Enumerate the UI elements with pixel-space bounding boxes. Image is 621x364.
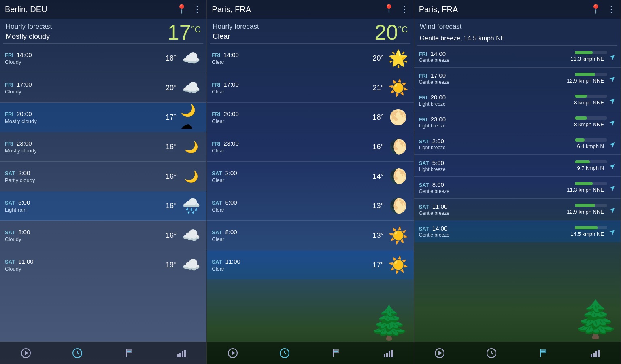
bottom-nav-paris-wind (414, 342, 621, 364)
forecast-row-sat-2: SAT 2:00 Partly cloudy 16° 🌙 (0, 162, 206, 191)
panel-berlin: Berlin, DEU 📍 ⋮ Hourly forecast Mostly c… (0, 0, 207, 364)
bottom-nav-berlin (0, 342, 206, 364)
icon-partly-cloudy-sat2: 🌙 (181, 166, 202, 187)
icon-cloudy-fri14: ☁️ (181, 48, 202, 69)
svg-marker-23 (438, 351, 442, 355)
icon-moon-paris-fri20: 🌕 (388, 107, 409, 128)
nav-btn-flag-p3[interactable] (517, 345, 569, 361)
forecast-row-fri-14: FRI 14:00 Cloudy 18° ☁️ (0, 44, 206, 73)
current-weather-paris: Hourly forecast Clear 20°C (207, 19, 413, 43)
forecast-row-fri-17: FRI 17:00 Cloudy 20° ☁️ (0, 73, 206, 103)
wind-row-fri-20: FRI 20:00 Light breeze 8 kmph NNE ➤ (414, 89, 621, 111)
nav-btn-chart[interactable] (155, 345, 207, 361)
nav-btn-chart-p3[interactable] (569, 345, 621, 361)
nav-btn-play[interactable] (0, 345, 52, 361)
svg-rect-10 (184, 350, 186, 357)
wind-row-sat-14: SAT 14:00 Gentle breeze 14.5 kmph NE ➤ (414, 220, 621, 242)
wind-list: FRI 14:00 Gentle breeze 11.3 kmph NE ➤ F… (414, 46, 621, 342)
forecast-row-paris-fri-17: FRI 17:00 Clear 21° ☀️ (207, 73, 413, 103)
wind-arrow-fri23: ➤ (607, 116, 618, 127)
header-paris-wind: Paris, FRA 📍 ⋮ (414, 0, 621, 19)
wind-arrow-fri14: ➤ (607, 51, 618, 61)
nav-btn-flag-p2[interactable] (310, 345, 362, 361)
svg-rect-18 (384, 354, 385, 357)
city-paris-hourly: Paris, FRA (212, 5, 377, 14)
svg-rect-8 (179, 353, 181, 357)
nav-btn-clock-p3[interactable] (466, 345, 517, 361)
forecast-list-paris: FRI 14:00 Clear 20° 🌟 FRI 17:00 Clear 21… (207, 44, 413, 342)
location-icon-paris[interactable]: 📍 (383, 4, 394, 15)
svg-rect-31 (595, 351, 597, 357)
svg-rect-9 (182, 351, 183, 357)
temperature-berlin: 17°C (168, 22, 201, 43)
nav-btn-clock-p2[interactable] (259, 345, 310, 361)
forecast-row-fri-23: FRI 23:00 Mostly cloudy 16° 🌙 (0, 132, 206, 162)
nav-btn-chart-p2[interactable] (362, 345, 414, 361)
wind-arrow-fri17: ➤ (607, 73, 618, 83)
city-berlin: Berlin, DEU (5, 5, 170, 14)
forecast-row-sat-11: SAT 11:00 Cloudy 19° ☁️ (0, 250, 206, 279)
header-paris-hourly: Paris, FRA 📍 ⋮ (207, 0, 413, 19)
svg-rect-21 (391, 350, 393, 357)
icon-sun-paris-fri14: 🌟 (388, 48, 409, 69)
icon-moon-paris-fri23: 🌔 (388, 136, 409, 157)
icon-cloudy-fri17: ☁️ (181, 77, 202, 98)
location-icon-wind[interactable]: 📍 (590, 4, 601, 15)
svg-line-26 (491, 353, 493, 354)
svg-rect-20 (389, 351, 390, 357)
forecast-label-wind: Wind forecast (420, 23, 615, 31)
current-weather-wind: Wind forecast (414, 19, 621, 35)
wind-row-sat-5: SAT 5:00 Light breeze 9.7 kmph N ➤ (414, 155, 621, 177)
location-icon[interactable]: 📍 (176, 4, 187, 15)
icon-moon-paris-sat2: 🌔 (388, 166, 409, 187)
svg-marker-12 (232, 351, 236, 355)
svg-rect-7 (177, 354, 179, 357)
nav-btn-play-p2[interactable] (207, 345, 259, 361)
city-paris-wind: Paris, FRA (419, 5, 585, 14)
icon-moon-paris-sat5: 🌔 (388, 195, 409, 216)
wind-subtitle: Gentle breeze, 14.5 kmph NE (414, 35, 621, 45)
wind-row-fri-17: FRI 17:00 Gentle breeze 12.9 kmph NNE ➤ (414, 68, 621, 89)
menu-icon-wind[interactable]: ⋮ (607, 4, 616, 15)
wind-arrow-sat14: ➤ (607, 226, 618, 237)
panel-paris-wind: Paris, FRA 📍 ⋮ Wind forecast Gentle bree… (414, 0, 621, 364)
forecast-row-sat-8: SAT 8:00 Cloudy 16° ☁️ (0, 221, 206, 250)
wind-row-sat-8: SAT 8:00 Gentle breeze 11.3 kmph NNE ➤ (414, 177, 621, 199)
forecast-row-paris-sat-2: SAT 2:00 Clear 14° 🌔 (207, 162, 413, 191)
forecast-row-paris-sat-8: SAT 8:00 Clear 13° ☀️ (207, 221, 413, 250)
icon-cloudy-sat8: ☁️ (181, 225, 202, 246)
svg-marker-1 (25, 351, 29, 355)
forecast-row-paris-fri-20: FRI 20:00 Clear 18° 🌕 (207, 103, 413, 132)
svg-rect-19 (386, 353, 388, 357)
svg-rect-30 (593, 353, 595, 357)
forecast-row-sat-5: SAT 5:00 Light rain 16° 🌧️ (0, 191, 206, 221)
icon-sun-paris-sat8: ☀️ (388, 225, 409, 246)
icon-sun-paris-fri17: ☀️ (388, 77, 409, 98)
wind-arrow-fri20: ➤ (607, 95, 618, 105)
svg-line-15 (285, 353, 286, 354)
menu-icon[interactable]: ⋮ (193, 4, 202, 15)
current-weather-berlin: Hourly forecast Mostly cloudy 17°C (0, 19, 206, 43)
bottom-nav-paris-hourly (207, 342, 413, 364)
wind-row-fri-14: FRI 14:00 Gentle breeze 11.3 kmph NE ➤ (414, 46, 621, 68)
temperature-paris: 20°C (374, 22, 408, 43)
wind-arrow-sat5: ➤ (607, 160, 618, 171)
icon-cloudy-sat11: ☁️ (181, 254, 202, 275)
forecast-row-paris-fri-14: FRI 14:00 Clear 20° 🌟 (207, 44, 413, 73)
menu-icon-paris[interactable]: ⋮ (400, 4, 409, 15)
nav-btn-clock[interactable] (52, 345, 104, 361)
forecast-list-berlin: FRI 14:00 Cloudy 18° ☁️ FRI 17:00 Cloudy… (0, 44, 206, 342)
wind-arrow-sat2: ➤ (607, 138, 618, 149)
forecast-row-paris-sat-11: SAT 11:00 Clear 17° ☀️ (207, 250, 413, 279)
nav-btn-flag[interactable] (103, 345, 155, 361)
forecast-row-paris-fri-23: FRI 23:00 Clear 16° 🌔 (207, 132, 413, 162)
nav-btn-play-p3[interactable] (414, 345, 466, 361)
panel-paris-hourly: Paris, FRA 📍 ⋮ Hourly forecast Clear 20°… (207, 0, 414, 364)
wind-arrow-sat8: ➤ (607, 182, 618, 193)
icon-night-cloud-fri23: 🌙 (181, 136, 202, 157)
wind-row-sat-11: SAT 11:00 Gentle breeze 12.9 kmph NNE ➤ (414, 199, 621, 220)
icon-rain-sat5: 🌧️ (181, 195, 202, 216)
icon-sun-paris-sat11: ☀️ (388, 254, 409, 275)
wind-row-sat-2: SAT 2:00 Light breeze 6.4 kmph N ➤ (414, 133, 621, 155)
forecast-row-paris-sat-5: SAT 5:00 Clear 13° 🌔 (207, 191, 413, 221)
